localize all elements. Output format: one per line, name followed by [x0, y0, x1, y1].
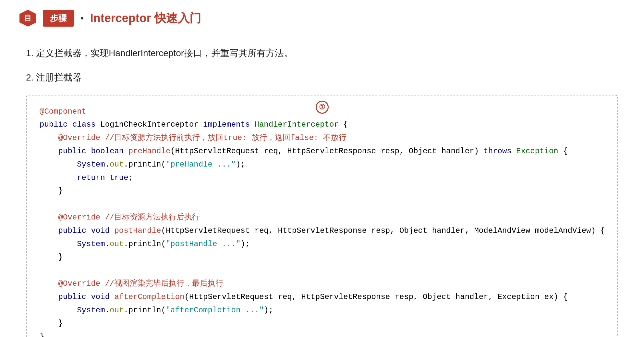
code-line-5: System.out.println("preHandle ...");: [40, 158, 604, 171]
dot-separator: •: [80, 13, 84, 23]
hexagon-icon: 目: [19, 10, 36, 27]
code-line-15: public void afterCompletion(HttpServletR…: [40, 291, 604, 304]
code-line-2: public class LoginCheckInterceptor imple…: [40, 118, 604, 131]
icon-text: 目: [24, 13, 31, 23]
list-item-2: 2. 注册拦截器: [26, 70, 618, 85]
code-line-4: public boolean preHandle(HttpServletRequ…: [40, 145, 604, 158]
code-line-7: }: [40, 184, 604, 198]
step-label: 步骤: [43, 10, 74, 27]
code-line-17: }: [40, 317, 604, 330]
main-content: 1. 定义拦截器，实现HandlerInterceptor接口，并重写其所有方法…: [19, 43, 625, 337]
code-line-12: }: [40, 251, 604, 264]
list-item-1-text: 1. 定义拦截器，实现HandlerInterceptor接口，并重写其所有方法…: [26, 48, 293, 58]
code-line-9: @Override //目标资源方法执行后执行: [40, 211, 604, 224]
list-item-2-text: 2. 注册拦截器: [26, 72, 81, 82]
code-line-8: [40, 198, 604, 211]
code-block: ① @Component public class LoginCheckInte…: [26, 95, 618, 337]
code-line-3: @Override //目标资源方法执行前执行，放回true: 放行，返回fal…: [40, 131, 604, 145]
code-line-10: public void postHandle(HttpServletReques…: [40, 224, 604, 238]
page-header: 目 步骤 • Interceptor 快速入门: [19, 10, 625, 27]
code-line-6: return true;: [40, 171, 604, 185]
circle-number-1: ①: [316, 101, 329, 114]
page-title: Interceptor 快速入门: [90, 10, 201, 26]
code-line-13: [40, 264, 604, 277]
code-line-16: System.out.println("afterCompletion ..."…: [40, 304, 604, 317]
code-line-11: System.out.println("postHandle ...");: [40, 238, 604, 251]
list-item-1: 1. 定义拦截器，实现HandlerInterceptor接口，并重写其所有方法…: [26, 46, 618, 61]
code-line-18: }: [40, 330, 604, 337]
code-line-14: @Override //视图渲染完毕后执行，最后执行: [40, 277, 604, 291]
